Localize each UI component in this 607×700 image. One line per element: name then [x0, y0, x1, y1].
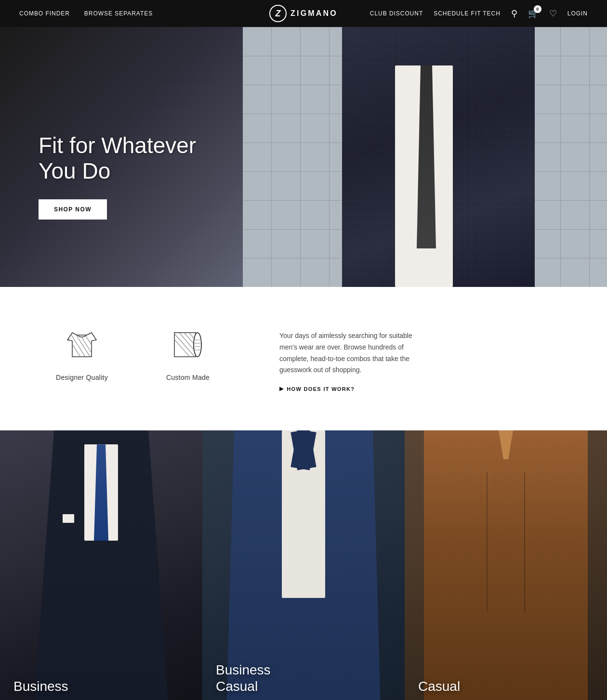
feature-designer-quality: Designer Quality [29, 325, 135, 381]
casual-bg [405, 430, 607, 700]
search-icon[interactable]: ⚲ [511, 8, 517, 19]
hero-suit-figure [318, 27, 559, 287]
designer-quality-label: Designer Quality [56, 374, 108, 381]
fabric-roll-icon [169, 325, 207, 364]
browse-separates-link[interactable]: BROWSE SEPARATES [84, 10, 153, 17]
business-bg [0, 430, 202, 700]
business-casual-label: Business Casual [216, 662, 271, 694]
login-link[interactable]: LOGIN [567, 10, 588, 17]
shop-now-button[interactable]: SHOP NOW [39, 199, 107, 220]
hero-title-text: Fit for Whatever You Do [39, 133, 196, 183]
shirt-icon [63, 325, 101, 364]
category-casual[interactable]: Casual [405, 430, 607, 700]
club-discount-link[interactable]: CLUB DISCOUNT [370, 10, 423, 17]
hero-section: Fit for Whatever You Do SHOP NOW [0, 27, 607, 287]
how-it-works-link[interactable]: ▶ HOW DOES IT WORK? [279, 386, 578, 392]
schedule-fit-tech-link[interactable]: SCHEDULE FIT TECH [434, 10, 501, 17]
custom-made-label: Custom Made [166, 374, 210, 381]
how-it-works-text: HOW DOES IT WORK? [287, 386, 355, 392]
feature-custom-made: Custom Made [135, 325, 241, 381]
navigation: COMBO FINDER BROWSE SEPARATES Z ZIGMANO … [0, 0, 607, 27]
hero-title: Fit for Whatever You Do [39, 133, 196, 184]
features-description-text: Your days of aimlessly searching for sui… [279, 330, 414, 376]
nav-left: COMBO FINDER BROWSE SEPARATES [19, 10, 153, 17]
categories-section: Business Business Casual [0, 430, 607, 700]
logo-icon: Z [269, 5, 287, 22]
category-business-casual[interactable]: Business Casual [202, 430, 405, 700]
business-casual-bg [202, 430, 405, 700]
hero-content: Fit for Whatever You Do SHOP NOW [39, 133, 196, 220]
features-description-block: Your days of aimlessly searching for sui… [241, 325, 578, 392]
combo-finder-link[interactable]: COMBO FINDER [19, 10, 70, 17]
business-label: Business [13, 678, 68, 695]
logo-text: ZIGMANO [290, 9, 338, 18]
features-section: Designer Quality [0, 287, 607, 430]
svg-line-3 [66, 335, 83, 362]
casual-label: Casual [418, 678, 460, 695]
play-icon: ▶ [279, 386, 284, 392]
nav-right: CLUB DISCOUNT SCHEDULE FIT TECH ⚲ 🛒 0 ♡ … [370, 8, 588, 19]
wishlist-icon[interactable]: ♡ [549, 8, 557, 19]
logo-link[interactable]: Z ZIGMANO [269, 5, 338, 22]
cart-icon[interactable]: 🛒 0 [528, 8, 539, 19]
cart-badge: 0 [534, 5, 541, 13]
category-business[interactable]: Business [0, 430, 202, 700]
